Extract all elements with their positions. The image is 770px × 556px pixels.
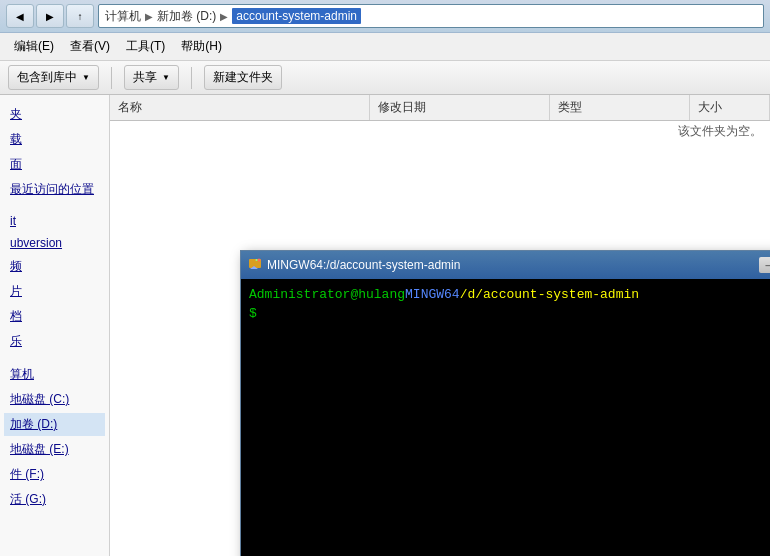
share-label: 共享	[133, 69, 157, 86]
include-library-label: 包含到库中	[17, 69, 77, 86]
share-button[interactable]: 共享 ▼	[124, 65, 179, 90]
empty-folder-notice: 该文件夹为空。	[678, 123, 762, 140]
sidebar: 夹 载 面 最近访问的位置 it ubversion 频 片 档 乐 算机 地磁…	[0, 95, 110, 556]
menu-tools[interactable]: 工具(T)	[118, 35, 173, 58]
sidebar-item-doc[interactable]: 档	[4, 305, 105, 328]
breadcrumb-arrow-1: ▶	[145, 11, 153, 22]
sidebar-item-recent[interactable]: 最近访问的位置	[4, 178, 105, 201]
new-folder-button[interactable]: 新建文件夹	[204, 65, 282, 90]
terminal-window: MINGW64:/d/account-system-admin ─ □ ✕ Ad…	[240, 250, 770, 556]
share-arrow: ▼	[162, 73, 170, 82]
toolbar-separator-1	[111, 67, 112, 89]
sidebar-item-c-drive[interactable]: 地磁盘 (C:)	[4, 388, 105, 411]
menu-view[interactable]: 查看(V)	[62, 35, 118, 58]
sidebar-item-video[interactable]: 频	[4, 255, 105, 278]
terminal-title: MINGW64:/d/account-system-admin	[267, 258, 755, 272]
sidebar-item-f-drive[interactable]: 件 (F:)	[4, 463, 105, 486]
svg-point-3	[256, 259, 258, 261]
sidebar-item-e-drive[interactable]: 地磁盘 (E:)	[4, 438, 105, 461]
column-headers: 名称 修改日期 类型 大小	[110, 95, 770, 121]
breadcrumb-computer: 计算机	[105, 8, 141, 25]
sidebar-item-0[interactable]: 夹	[4, 103, 105, 126]
terminal-body[interactable]: Administrator@hulang MINGW64 /d/account-…	[241, 279, 770, 556]
toolbar-separator-2	[191, 67, 192, 89]
file-area: 名称 修改日期 类型 大小 该文件夹为空。	[110, 95, 770, 556]
terminal-prompt: $	[249, 306, 770, 321]
sidebar-item-1[interactable]: 载	[4, 128, 105, 151]
include-library-button[interactable]: 包含到库中 ▼	[8, 65, 99, 90]
terminal-mingw: MINGW64	[405, 287, 460, 302]
col-date[interactable]: 修改日期	[370, 95, 550, 120]
sidebar-item-2[interactable]: 面	[4, 153, 105, 176]
sidebar-item-git[interactable]: it	[4, 211, 105, 231]
terminal-username: Administrator@hulang	[249, 287, 405, 302]
breadcrumb-current: account-system-admin	[232, 8, 361, 24]
col-name[interactable]: 名称	[110, 95, 370, 120]
svg-point-2	[258, 259, 261, 262]
col-type[interactable]: 类型	[550, 95, 690, 120]
terminal-titlebar: MINGW64:/d/account-system-admin ─ □ ✕	[241, 251, 770, 279]
back-button[interactable]: ◀	[6, 4, 34, 28]
up-button[interactable]: ↑	[66, 4, 94, 28]
terminal-controls: ─ □ ✕	[759, 257, 770, 273]
explorer-window: ◀ ▶ ↑ 计算机 ▶ 新加卷 (D:) ▶ account-system-ad…	[0, 0, 770, 556]
menu-bar: 编辑(E) 查看(V) 工具(T) 帮助(H)	[0, 33, 770, 61]
main-area: 夹 载 面 最近访问的位置 it ubversion 频 片 档 乐 算机 地磁…	[0, 95, 770, 556]
title-bar: ◀ ▶ ↑ 计算机 ▶ 新加卷 (D:) ▶ account-system-ad…	[0, 0, 770, 33]
include-library-arrow: ▼	[82, 73, 90, 82]
menu-edit[interactable]: 编辑(E)	[6, 35, 62, 58]
terminal-minimize-button[interactable]: ─	[759, 257, 770, 273]
breadcrumb-bar[interactable]: 计算机 ▶ 新加卷 (D:) ▶ account-system-admin	[98, 4, 764, 28]
sidebar-item-computer[interactable]: 算机	[4, 363, 105, 386]
sidebar-item-svn[interactable]: ubversion	[4, 233, 105, 253]
nav-buttons: ◀ ▶ ↑	[6, 4, 94, 28]
new-folder-label: 新建文件夹	[213, 69, 273, 86]
sidebar-item-g-drive[interactable]: 活 (G:)	[4, 488, 105, 511]
col-size[interactable]: 大小	[690, 95, 770, 120]
terminal-path: /d/account-system-admin	[460, 287, 639, 302]
sidebar-item-music[interactable]: 乐	[4, 330, 105, 353]
menu-help[interactable]: 帮助(H)	[173, 35, 230, 58]
breadcrumb-drive: 新加卷 (D:)	[157, 8, 216, 25]
breadcrumb-arrow-2: ▶	[220, 11, 228, 22]
forward-button[interactable]: ▶	[36, 4, 64, 28]
sidebar-item-pic[interactable]: 片	[4, 280, 105, 303]
sidebar-item-d-drive[interactable]: 加卷 (D:)	[4, 413, 105, 436]
toolbar: 包含到库中 ▼ 共享 ▼ 新建文件夹	[0, 61, 770, 95]
terminal-app-icon	[247, 257, 263, 273]
terminal-line-1: Administrator@hulang MINGW64 /d/account-…	[249, 287, 770, 302]
